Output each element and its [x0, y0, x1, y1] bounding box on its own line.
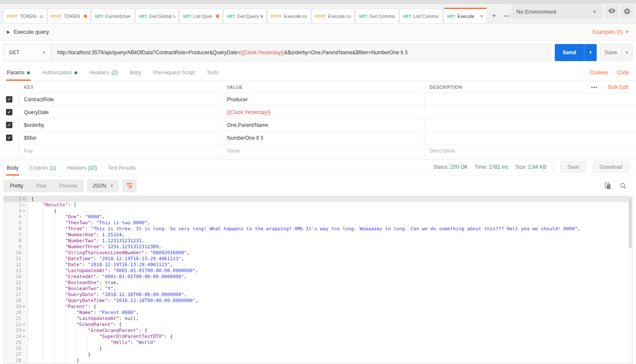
- fold-caret-icon[interactable]: ▾: [21, 322, 26, 328]
- line-number[interactable]: 20: [4, 310, 28, 316]
- request-subtab-headers[interactable]: Headers(2): [89, 70, 118, 81]
- params-more-options-button[interactable]: •••: [591, 85, 598, 90]
- line-number[interactable]: 24▾: [4, 334, 28, 340]
- line-number[interactable]: 21: [4, 316, 28, 322]
- request-subtab-authorization[interactable]: Authorization: [42, 70, 77, 81]
- request-tab[interactable]: POSTTOKEN: [47, 9, 91, 23]
- line-number[interactable]: 14: [4, 274, 28, 280]
- settings-button[interactable]: ⚙: [621, 5, 633, 18]
- request-tab[interactable]: GETExecute×: [444, 8, 487, 23]
- cookies-link[interactable]: Cookies: [590, 70, 608, 76]
- line-number[interactable]: 22▾: [4, 322, 28, 328]
- new-key-input[interactable]: [24, 148, 216, 154]
- request-tab[interactable]: POSTExecute co: [312, 9, 355, 23]
- line-number[interactable]: 18: [4, 298, 28, 304]
- line-number[interactable]: 19▾: [4, 304, 28, 310]
- response-tab-body[interactable]: Body: [7, 165, 18, 176]
- line-number[interactable]: 4: [4, 214, 28, 220]
- request-subtab-params[interactable]: Params: [7, 70, 30, 81]
- view-mode-pretty[interactable]: Pretty: [3, 179, 29, 192]
- save-options-button[interactable]: ▼: [621, 44, 632, 61]
- fold-caret-icon[interactable]: ▾: [21, 196, 26, 202]
- checkbox-checked[interactable]: ✓: [6, 122, 12, 128]
- new-tab-button[interactable]: +: [488, 9, 501, 23]
- vertical-scrollbar[interactable]: [628, 196, 632, 364]
- line-number[interactable]: 5: [4, 220, 28, 226]
- fold-caret-icon[interactable]: ▾: [21, 208, 26, 214]
- line-number[interactable]: 11: [4, 256, 28, 262]
- format-dropdown[interactable]: JSON ▼: [87, 179, 119, 192]
- request-tab[interactable]: GETGet Comma: [356, 9, 399, 23]
- close-tab-icon[interactable]: ×: [478, 13, 483, 19]
- request-tab[interactable]: POSTTOKEN - us: [3, 9, 47, 23]
- copy-response-button[interactable]: [605, 182, 611, 189]
- line-number[interactable]: 7: [4, 232, 28, 238]
- line-number[interactable]: 9: [4, 244, 28, 250]
- save-request-button[interactable]: Save: [601, 44, 621, 61]
- param-key-cell[interactable]: $orderby: [19, 119, 222, 131]
- code-viewer[interactable]: 1▾{2▾"Results": [3▾{4"One": "0000",5"The…: [4, 196, 632, 364]
- fold-caret-icon[interactable]: ▾: [21, 304, 26, 310]
- view-mode-preview[interactable]: Preview: [53, 179, 84, 192]
- param-description-cell[interactable]: [424, 93, 636, 106]
- param-description-cell[interactable]: [424, 106, 636, 118]
- fold-caret-icon[interactable]: ▾: [21, 328, 26, 334]
- line-number[interactable]: 1▾: [4, 196, 28, 202]
- response-tab-cookies[interactable]: Cookies (1): [29, 165, 56, 176]
- request-subtab-tests[interactable]: Tests: [206, 70, 218, 81]
- line-number[interactable]: 3▾: [4, 208, 28, 214]
- response-tab-headers[interactable]: Headers (10): [67, 165, 97, 176]
- param-value-cell[interactable]: {{Clock:Yesterday}}: [222, 106, 424, 118]
- line-number[interactable]: 26: [4, 346, 28, 352]
- request-tab[interactable]: GETList Comma: [400, 9, 443, 23]
- send-options-button[interactable]: ▼: [584, 44, 597, 61]
- request-subtab-body[interactable]: Body: [130, 70, 141, 81]
- line-number[interactable]: 23▾: [4, 328, 28, 334]
- checkbox-checked[interactable]: ✓: [6, 135, 12, 141]
- fold-caret-icon[interactable]: ▾: [21, 202, 26, 208]
- param-description-cell[interactable]: [424, 119, 636, 131]
- wrap-lines-button[interactable]: [122, 179, 137, 192]
- request-tab[interactable]: GETGet Query M: [224, 9, 267, 23]
- collapse-triangle-icon[interactable]: ▶: [7, 29, 10, 34]
- url-input[interactable]: http://localhost:3579/api/query/ABitOfDa…: [51, 44, 551, 61]
- line-number[interactable]: 6: [4, 226, 28, 232]
- line-number[interactable]: 28: [4, 358, 28, 364]
- view-mode-raw[interactable]: Raw: [29, 179, 53, 192]
- search-response-button[interactable]: [620, 182, 627, 189]
- request-subtab-pre-request-script[interactable]: Pre-request Script: [153, 70, 195, 81]
- save-response-button[interactable]: Save: [560, 161, 586, 173]
- send-button[interactable]: Send: [555, 44, 584, 61]
- bulk-edit-link[interactable]: Bulk Edit: [608, 84, 628, 90]
- line-number[interactable]: 16: [4, 286, 28, 292]
- param-value-cell[interactable]: Producer: [222, 93, 424, 106]
- line-number[interactable]: 12: [4, 262, 28, 268]
- param-description-cell[interactable]: [424, 132, 636, 144]
- param-value-cell[interactable]: One,Parent/Name: [222, 119, 424, 131]
- method-dropdown[interactable]: GET ▼: [3, 44, 51, 61]
- new-description-input[interactable]: [430, 148, 631, 154]
- request-tab[interactable]: GETCurrentUser: [91, 9, 135, 23]
- download-response-button[interactable]: Download: [593, 161, 629, 173]
- request-tab[interactable]: GETList Quer: [180, 9, 223, 23]
- checkbox-checked[interactable]: ✓: [6, 109, 12, 115]
- scrollbar-handle[interactable]: [629, 197, 632, 248]
- code-link[interactable]: Code: [617, 70, 629, 76]
- examples-dropdown[interactable]: Examples (0) ▼: [592, 29, 629, 35]
- line-number[interactable]: 25: [4, 340, 28, 346]
- line-number[interactable]: 17: [4, 292, 28, 298]
- param-value-cell[interactable]: NumberOne lt 3: [222, 132, 424, 144]
- line-number[interactable]: 27: [4, 352, 28, 358]
- response-tab-test-results[interactable]: Test Results: [108, 165, 136, 176]
- checkbox-checked[interactable]: ✓: [6, 96, 12, 103]
- line-number[interactable]: 10: [4, 250, 28, 256]
- param-key-cell[interactable]: QueryDate: [19, 106, 222, 118]
- environment-quick-look-button[interactable]: [605, 5, 618, 18]
- line-number[interactable]: 13: [4, 268, 28, 274]
- new-value-input[interactable]: [227, 148, 419, 154]
- environment-selector[interactable]: No Environment ▼: [511, 4, 602, 19]
- param-key-cell[interactable]: ContractRole: [19, 93, 222, 106]
- line-number[interactable]: 2▾: [4, 202, 28, 208]
- line-number[interactable]: 8: [4, 238, 28, 244]
- request-tab[interactable]: POSTExecute co: [268, 9, 311, 23]
